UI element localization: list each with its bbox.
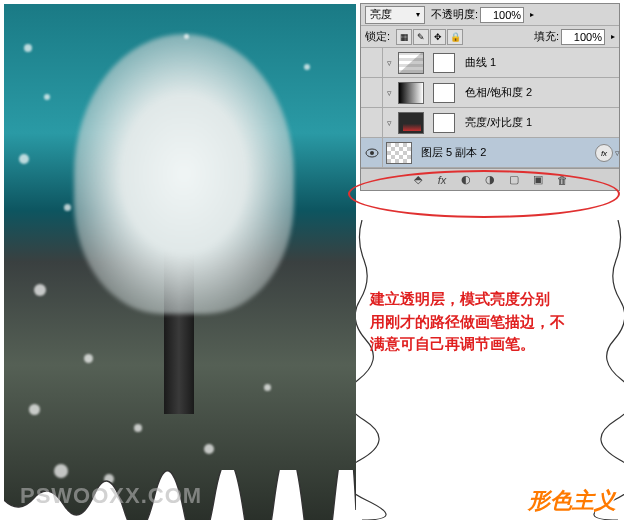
layer-row-hue-sat[interactable]: ▿ 色相/饱和度 2: [361, 78, 619, 108]
fill-flyout-icon[interactable]: ▸: [611, 32, 615, 41]
fill-input[interactable]: 100%: [561, 29, 605, 45]
fx-icon[interactable]: fx: [434, 172, 450, 188]
watermark-url: PSWOOXX.COM: [20, 483, 202, 509]
new-layer-icon[interactable]: ▣: [530, 172, 546, 188]
eye-icon: [365, 148, 379, 158]
opacity-input[interactable]: 100%: [480, 7, 524, 23]
mask-thumbnail[interactable]: [433, 83, 455, 103]
layers-footer: ⬘ fx ◐ ◑ ▢ ▣ 🗑: [361, 168, 619, 190]
disclosure-icon[interactable]: ▿: [383, 58, 395, 68]
layer-thumbnail[interactable]: [386, 142, 412, 164]
chevron-down-icon: ▾: [416, 10, 420, 19]
visibility-toggle[interactable]: [361, 138, 383, 167]
layer-row-copy2[interactable]: 图层 5 副本 2 fx ▿: [361, 138, 619, 168]
trash-icon[interactable]: 🗑: [554, 172, 570, 188]
visibility-toggle[interactable]: [361, 48, 383, 77]
watermark-logo: 形色主义: [528, 486, 616, 516]
layer-row-curves[interactable]: ▿ 曲线 1: [361, 48, 619, 78]
svg-point-1: [370, 151, 374, 155]
lock-transparency-button[interactable]: ▦: [396, 29, 412, 45]
layer-thumbnail[interactable]: [398, 82, 424, 104]
visibility-toggle[interactable]: [361, 78, 383, 107]
adjustment-icon[interactable]: ◑: [482, 172, 498, 188]
layer-thumbnail[interactable]: [398, 52, 424, 74]
opacity-label: 不透明度:: [431, 7, 478, 22]
blend-mode-value: 亮度: [370, 7, 392, 22]
torn-edge-decoration: [356, 220, 624, 520]
layers-list: ▿ 曲线 1 ▿ 色相/饱和度 2 ▿ 亮度/对比度 1 图层 5 副本 2 f…: [361, 48, 619, 168]
mask-thumbnail[interactable]: [433, 113, 455, 133]
layer-row-brightness[interactable]: ▿ 亮度/对比度 1: [361, 108, 619, 138]
layer-thumbnail[interactable]: [398, 112, 424, 134]
canvas-preview: [4, 4, 356, 520]
mask-thumbnail[interactable]: [433, 53, 455, 73]
blend-opacity-row: 亮度 ▾ 不透明度: 100% ▸: [361, 4, 619, 26]
opacity-flyout-icon[interactable]: ▸: [530, 10, 534, 19]
layer-name[interactable]: 色相/饱和度 2: [459, 85, 619, 100]
lock-position-button[interactable]: ✥: [430, 29, 446, 45]
fill-label: 填充:: [534, 29, 559, 44]
lock-all-button[interactable]: 🔒: [447, 29, 463, 45]
visibility-toggle[interactable]: [361, 108, 383, 137]
instruction-text: 建立透明层，模式亮度分别 用刚才的路径做画笔描边，不 满意可自己再调节画笔。: [370, 288, 600, 356]
lock-pixels-button[interactable]: ✎: [413, 29, 429, 45]
layer-name[interactable]: 图层 5 副本 2: [415, 145, 619, 160]
edited-image: [4, 4, 356, 520]
group-icon[interactable]: ▢: [506, 172, 522, 188]
lock-fill-row: 锁定: ▦ ✎ ✥ 🔒 填充: 100% ▸: [361, 26, 619, 48]
disclosure-icon[interactable]: ▿: [383, 88, 395, 98]
lock-label: 锁定:: [365, 29, 390, 44]
fx-disclosure-icon[interactable]: ▿: [611, 148, 623, 158]
layers-panel: 亮度 ▾ 不透明度: 100% ▸ 锁定: ▦ ✎ ✥ 🔒 填充: 100% ▸…: [360, 3, 620, 191]
mask-icon[interactable]: ◐: [458, 172, 474, 188]
disclosure-icon[interactable]: ▿: [383, 118, 395, 128]
blend-mode-dropdown[interactable]: 亮度 ▾: [365, 6, 425, 24]
layer-name[interactable]: 曲线 1: [459, 55, 619, 70]
layer-name[interactable]: 亮度/对比度 1: [459, 115, 619, 130]
link-layers-icon[interactable]: ⬘: [410, 172, 426, 188]
